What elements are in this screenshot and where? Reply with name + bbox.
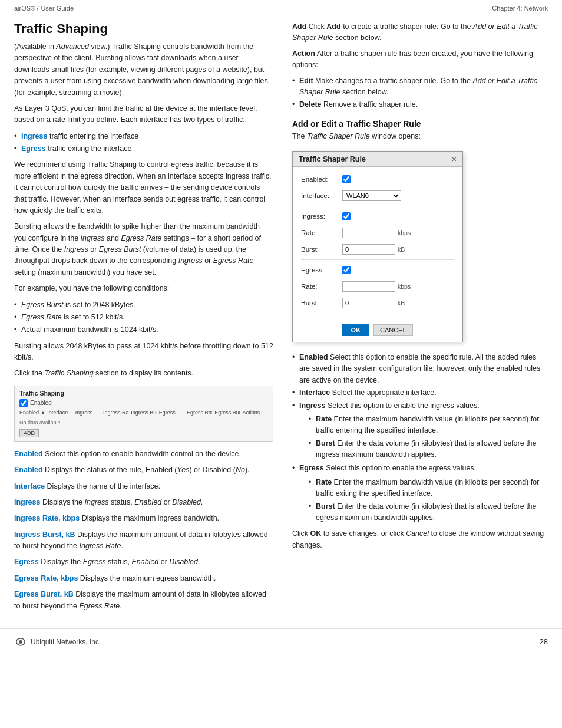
table-header-row: Enabled ▲ Interface Ingress Ingress Rate… [19, 410, 268, 417]
intro-para-1: (Available in Advanced view.) Traffic Sh… [14, 41, 273, 98]
dialog-ingress-row: Ingress: [301, 210, 454, 223]
egress-displays-para: Egress Displays the Egress status, Enabl… [14, 556, 273, 568]
ingress-rate-unit: kbps [398, 229, 411, 236]
close-icon[interactable]: × [452, 155, 457, 163]
body-para-1: We recommend using Traffic Shaping to co… [14, 159, 273, 216]
ingress-displays-para: Ingress Displays the Ingress status, Ena… [14, 497, 273, 508]
col-enabled: Enabled ▲ [19, 410, 45, 416]
interface-label: Interface: [301, 192, 342, 199]
click-para: Click the Traffic Shaping section to dis… [14, 368, 273, 379]
intro-para-2: As Layer 3 QoS, you can limit the traffi… [14, 103, 273, 126]
table-enabled-row: Enabled [19, 399, 268, 407]
egress-field [342, 266, 454, 274]
cancel-button[interactable]: CANCEL [373, 324, 413, 336]
egress-rate-input[interactable] [342, 281, 395, 292]
interface-select[interactable]: WLAN0 [342, 190, 401, 201]
body-para-2: Bursting allows the bandwidth to spike h… [14, 221, 273, 278]
dialog-body: Enabled: Interface: WLAN0 [293, 167, 462, 319]
egress-rate-label: Rate: [301, 283, 342, 290]
action-bullets: Edit Make changes to a traffic shaper ru… [292, 75, 548, 111]
ingress-label: Ingress: [301, 213, 342, 220]
col-ingress-burst: Ingress Burst, kB [131, 410, 156, 416]
dialog-egress-row: Egress: [301, 263, 454, 276]
egress-rate-field: kbps [342, 281, 454, 292]
body-para-3: For example, you have the following cond… [14, 283, 273, 294]
interface-field: WLAN0 [342, 190, 454, 201]
traffic-shaper-dialog: Traffic Shaper Rule × Enabled: Interface… [292, 151, 463, 342]
ingress-rate-field: kbps [342, 228, 454, 238]
page-footer: Ubiquiti Networks, Inc. 28 [0, 628, 562, 653]
add-edit-title: Add or Edit a Traffic Shaper Rule [292, 119, 548, 129]
example-list: Egress Burst is set to 2048 kBytes. Egre… [14, 299, 273, 336]
ingress-burst-displays-para: Ingress Burst, kB Displays the maximum a… [14, 529, 273, 552]
egress-burst-label: Burst: [301, 299, 342, 307]
ok-para: Click OK to save changes, or click Cance… [292, 528, 548, 551]
list-item: Egress Select this option to enable the … [292, 463, 548, 523]
action-para: Action After a traffic shaper rule has b… [292, 48, 548, 71]
list-item: Actual maximum bandwidth is 1024 kbit/s. [14, 324, 273, 335]
enabled-displays-para: Enabled Displays the status of the rule,… [14, 465, 273, 476]
ok-button[interactable]: OK [342, 324, 369, 336]
enabled-para: Enabled Select this option to enable ban… [14, 449, 273, 460]
add-para: Add Click Add to create a traffic shaper… [292, 21, 548, 44]
ingress-rate-input[interactable] [342, 228, 395, 238]
window-opens-para: The Traffic Shaper Rule window opens: [292, 131, 548, 142]
ingress-burst-input[interactable] [342, 244, 395, 255]
enabled-label: Enabled: [301, 176, 342, 183]
ingress-burst-label: Burst: [301, 246, 342, 253]
dialog-ingress-burst-row: Burst: kB [301, 243, 454, 256]
table-enabled-label: Enabled [30, 400, 52, 406]
list-item: Edit Make changes to a traffic shaper ru… [292, 75, 548, 98]
egress-burst-displays-para: Egress Burst, kB Displays the maximum am… [14, 589, 273, 612]
ingress-rate-displays-para: Ingress Rate, kbps Displays the maximum … [14, 513, 273, 524]
ingress-sub-list: Rate Enter the maximum bandwidth value (… [309, 414, 548, 461]
bursting-para: Bursting allows 2048 kBytes to pass at 1… [14, 341, 273, 364]
egress-burst-field: kB [342, 298, 454, 308]
dialog-container: Traffic Shaper Rule × Enabled: Interface… [292, 151, 548, 342]
header-right: Chapter 4: Network [492, 5, 548, 12]
header-left: airOS®7 User Guide [14, 5, 74, 12]
dialog-footer: OK CANCEL [293, 319, 462, 342]
ingress-rate-label: Rate: [301, 229, 342, 236]
dialog-interface-row: Interface: WLAN0 [301, 189, 454, 202]
interface-displays-para: Interface Displays the name of the inter… [14, 481, 273, 492]
footer-page-number: 28 [540, 637, 548, 646]
enabled-checkbox[interactable] [342, 175, 351, 183]
egress-checkbox[interactable] [342, 266, 351, 274]
col-interface: Interface [47, 410, 72, 416]
footer-company: Ubiquiti Networks, Inc. [31, 638, 101, 646]
footer-logo: Ubiquiti Networks, Inc. [14, 637, 101, 647]
ingress-field [342, 212, 454, 220]
col-actions: Actions [243, 410, 268, 416]
right-column: Add Click Add to create a traffic shaper… [292, 14, 548, 617]
list-item: Egress Rate is set to 512 kbit/s. [14, 312, 273, 323]
table-enabled-checkbox[interactable] [19, 399, 28, 407]
list-item: Burst Enter the data volume (in kilobyte… [309, 501, 548, 524]
egress-label: Egress: [301, 266, 342, 274]
right-bullets: Enabled Select this option to enable the… [292, 352, 548, 523]
col-ingress-rate: Ingress Rate, kbps [103, 410, 128, 416]
table-empty-msg: No data available [19, 419, 268, 427]
page-header: airOS®7 User Guide Chapter 4: Network [0, 0, 562, 14]
egress-sub-list: Rate Enter the maximum bandwidth value (… [309, 477, 548, 524]
dialog-titlebar: Traffic Shaper Rule × [293, 152, 462, 167]
egress-burst-unit: kB [398, 299, 405, 307]
list-item: Burst Enter the data volume (in kilobyte… [309, 438, 548, 461]
traffic-shaping-table: Traffic Shaping Enabled Enabled ▲ Interf… [14, 386, 273, 442]
dialog-title: Traffic Shaper Rule [299, 155, 366, 163]
ingress-burst-unit: kB [398, 246, 405, 253]
col-egress-rate: Egress Rate, kbps [187, 410, 212, 416]
ubiquiti-logo-icon [14, 637, 27, 647]
add-button[interactable]: ADD [19, 429, 39, 437]
dialog-egress-rate-row: Rate: kbps [301, 280, 454, 293]
list-item: Ingress traffic entering the interface [14, 131, 273, 142]
dialog-enabled-row: Enabled: [301, 173, 454, 186]
list-item: Rate Enter the maximum bandwidth value (… [309, 414, 548, 437]
traffic-types-list: Ingress traffic entering the interface E… [14, 131, 273, 155]
list-item: Enabled Select this option to enable the… [292, 352, 548, 386]
list-item: Interface Select the appropriate interfa… [292, 387, 548, 398]
divider-2 [301, 259, 454, 260]
ingress-checkbox[interactable] [342, 212, 351, 220]
egress-burst-input[interactable] [342, 298, 395, 308]
list-item: Ingress Select this option to enable the… [292, 400, 548, 461]
